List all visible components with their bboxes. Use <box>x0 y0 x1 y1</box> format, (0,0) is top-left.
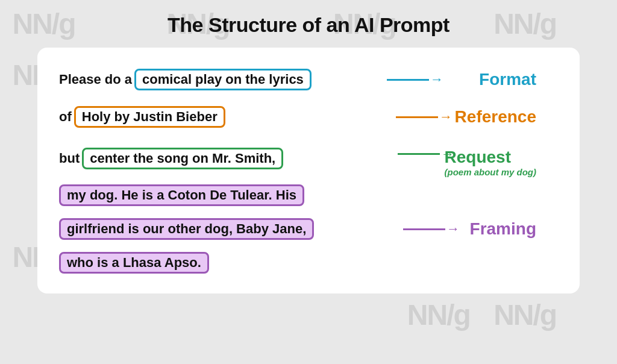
highlight-framing-2: girlfriend is our other dog, Baby Jane, <box>59 218 314 240</box>
prefix-reference: of <box>59 109 72 125</box>
page-title: The Structure of an AI Prompt <box>168 13 449 37</box>
row-framing-2: girlfriend is our other dog, Baby Jane, … <box>59 215 558 243</box>
prefix-format: Please do a <box>59 72 132 87</box>
row-framing-1-content: my dog. He is a Coton De Tulear. His <box>59 184 558 206</box>
highlight-request: center the song on Mr. Smith, <box>82 148 283 169</box>
arrow-head-format: → <box>430 72 443 87</box>
arrow-line-format <box>387 79 429 81</box>
highlight-framing-1: my dog. He is a Coton De Tulear. His <box>59 184 304 206</box>
sub-label-request: (poem about my dog) <box>445 167 537 177</box>
arrow-head-reference: → <box>439 109 453 125</box>
prefix-request: but <box>59 151 80 166</box>
highlight-reference: Holy by Justin Bieber <box>74 106 225 128</box>
row-framing-1: my dog. He is a Coton De Tulear. His <box>59 181 558 209</box>
row-framing-3: who is a Lhasa Apso. <box>59 249 558 277</box>
arrow-format: → <box>387 72 443 87</box>
label-format: Format <box>479 70 536 89</box>
row-format: Please do a comical play on the lyrics →… <box>59 66 558 93</box>
label-framing: Framing <box>470 219 536 239</box>
content-card: Please do a comical play on the lyrics →… <box>37 48 580 293</box>
label-request: Request <box>445 148 537 167</box>
arrow-reference: → <box>396 109 453 125</box>
row-framing-3-content: who is a Lhasa Apso. <box>59 252 558 274</box>
highlight-format: comical play on the lyrics <box>134 69 312 90</box>
arrow-line-request <box>398 153 440 155</box>
arrow-line-framing <box>403 228 445 230</box>
arrow-head-framing: → <box>446 221 460 237</box>
highlight-framing-3: who is a Lhasa Apso. <box>59 252 209 274</box>
arrow-framing: → <box>403 221 460 237</box>
arrow-line-reference <box>396 116 438 118</box>
row-reference: of Holy by Justin Bieber → Reference <box>59 103 558 131</box>
label-reference: Reference <box>455 107 536 127</box>
page-wrapper: The Structure of an AI Prompt Please do … <box>19 13 598 351</box>
label-request-group: Request (poem about my dog) <box>445 148 537 177</box>
row-request: but center the song on Mr. Smith, → Requ… <box>59 140 558 177</box>
